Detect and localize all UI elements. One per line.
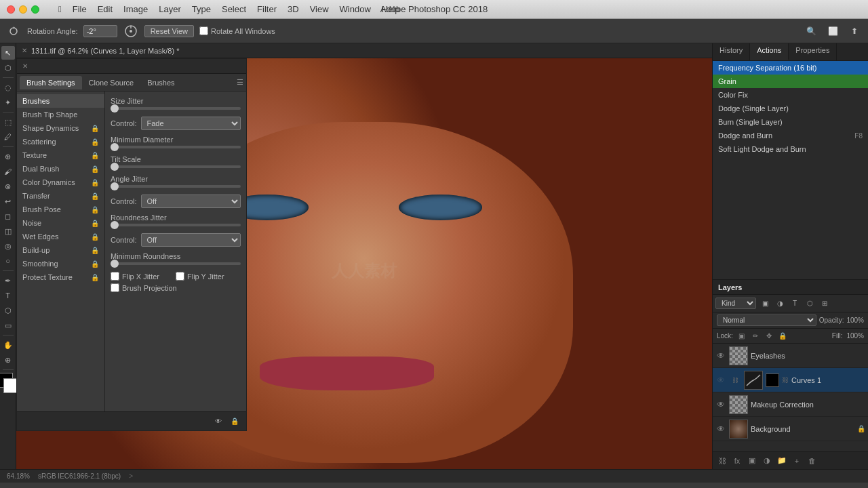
brush-nav-noise[interactable]: Noise 🔒 — [17, 216, 104, 230]
menu-image[interactable]: Image — [118, 3, 153, 16]
hand-tool[interactable]: ✋ — [1, 338, 15, 352]
min-roundness-slider[interactable] — [111, 262, 241, 265]
delete-layer-btn[interactable]: 🗑 — [806, 455, 817, 466]
layers-filter-shape[interactable]: ⬡ — [804, 298, 816, 310]
tilt-scale-slider[interactable] — [111, 165, 241, 168]
path-tool[interactable]: ⬡ — [1, 304, 15, 317]
action-dodge-single[interactable]: Dodge (Single Layer) — [713, 102, 868, 115]
fill-value[interactable]: 100% — [846, 332, 864, 340]
brush-tool[interactable]: 🖌 — [1, 165, 15, 178]
tab-history[interactable]: History — [713, 43, 750, 60]
healing-brush-tool[interactable]: ⊕ — [1, 150, 15, 163]
layer-makeup[interactable]: 👁 Makeup Correction — [713, 392, 868, 417]
magic-wand-tool[interactable]: ✦ — [1, 96, 15, 109]
action-color-fix[interactable]: Color Fix — [713, 88, 868, 102]
action-grain[interactable]: Grain — [713, 75, 868, 88]
brush-panel-close[interactable]: ✕ — [22, 62, 28, 70]
layer-curves[interactable]: 👁 ⛓ ⛓ Curves 1 — [713, 368, 868, 392]
brush-nav-transfer[interactable]: Transfer 🔒 — [17, 189, 104, 203]
brush-lock-icon[interactable]: 🔒 — [229, 415, 241, 428]
brush-nav-brush-pose[interactable]: Brush Pose 🔒 — [17, 203, 104, 216]
layers-filter-type[interactable]: T — [789, 298, 801, 310]
brush-nav-dual-brush[interactable]: Dual Brush 🔒 — [17, 162, 104, 176]
opacity-value[interactable]: 100% — [846, 317, 864, 324]
crop-tool[interactable]: ⬚ — [1, 115, 15, 129]
flip-x-checkbox[interactable] — [111, 272, 119, 281]
min-diameter-slider[interactable] — [111, 146, 241, 148]
tab-properties[interactable]: Properties — [789, 43, 837, 60]
menu-edit[interactable]: Edit — [92, 3, 118, 16]
brush-projection-checkbox[interactable] — [111, 283, 119, 292]
menu-3d[interactable]: 3D — [282, 3, 304, 16]
kind-dropdown[interactable]: Kind — [715, 298, 756, 309]
lock-all-btn[interactable]: 🔒 — [778, 331, 787, 341]
brush-nav-wet-edges[interactable]: Wet Edges 🔒 — [17, 230, 104, 243]
layer-eyelashes[interactable]: 👁 Eyelashes — [713, 344, 868, 368]
brush-nav-smoothing[interactable]: Smoothing 🔒 — [17, 257, 104, 270]
dodge-tool[interactable]: ○ — [1, 254, 15, 268]
layers-filter-pixel[interactable]: ▣ — [759, 298, 771, 310]
rotate-tool-icon[interactable] — [5, 23, 22, 39]
menu-select[interactable]: Select — [216, 3, 252, 16]
blur-tool[interactable]: ◎ — [1, 239, 15, 253]
menu-window[interactable]: Window — [334, 3, 376, 16]
layer-curves-vis[interactable]: 👁 — [715, 375, 726, 386]
new-fill-btn[interactable]: ◑ — [762, 455, 772, 466]
move-tool[interactable]: ↖ — [1, 46, 15, 60]
marquee-tool[interactable]: ⬡ — [1, 61, 15, 75]
close-button[interactable] — [7, 5, 15, 14]
lasso-tool[interactable]: ◌ — [1, 81, 15, 94]
rotation-input[interactable] — [83, 25, 117, 37]
menu-filter[interactable]: Filter — [252, 3, 282, 16]
action-freq-sep[interactable]: Frequency Separation (16 bit) — [713, 61, 868, 75]
clone-stamp-tool[interactable]: ⊗ — [1, 180, 15, 193]
brush-nav-brushes[interactable]: Brushes — [17, 94, 104, 108]
color-swatches[interactable] — [0, 373, 18, 393]
action-dodge-burn[interactable]: Dodge and Burn F8 — [713, 129, 868, 142]
brush-nav-color-dynamics[interactable]: Color Dynamics 🔒 — [17, 176, 104, 189]
brush-nav-texture[interactable]: Texture 🔒 — [17, 148, 104, 162]
angle-jitter-slider[interactable] — [111, 185, 241, 188]
layer-eyelashes-vis[interactable]: 👁 — [715, 350, 726, 361]
history-brush-tool[interactable]: ↩ — [1, 195, 15, 208]
menu-layer[interactable]: Layer — [153, 3, 186, 16]
size-jitter-slider[interactable] — [111, 107, 241, 110]
action-burn-single[interactable]: Burn (Single Layer) — [713, 115, 868, 129]
action-soft-light[interactable]: Soft Light Dodge and Burn — [713, 142, 868, 156]
maximize-button[interactable] — [31, 5, 39, 14]
screen-mode-icon[interactable]: ⬜ — [825, 23, 841, 39]
type-tool[interactable]: T — [1, 289, 15, 302]
blend-mode-dropdown[interactable]: Normal Multiply Screen Overlay Soft Ligh… — [717, 314, 816, 326]
lock-paint-btn[interactable]: ✏ — [751, 331, 760, 341]
brush-nav-build-up[interactable]: Build-up 🔒 — [17, 243, 104, 257]
brush-nav-protect-texture[interactable]: Protect Texture 🔒 — [17, 270, 104, 284]
status-arrow[interactable]: > — [129, 472, 133, 480]
menu-file[interactable]: File — [67, 3, 92, 16]
lock-move-btn[interactable]: ✥ — [764, 331, 774, 341]
flip-y-checkbox[interactable] — [176, 272, 184, 281]
canvas-close-btn[interactable]: ✕ — [22, 47, 27, 54]
link-layers-btn[interactable]: ⛓ — [717, 455, 728, 466]
brush-preview-icon[interactable]: 👁 — [212, 415, 224, 428]
control-dropdown-3[interactable]: Off Fade — [141, 233, 241, 247]
brush-nav-tip-shape[interactable]: Brush Tip Shape — [17, 108, 104, 121]
layer-background-vis[interactable]: 👁 — [715, 424, 726, 434]
shape-tool[interactable]: ▭ — [1, 319, 15, 332]
zoom-tool[interactable]: ⊕ — [1, 353, 15, 367]
panel-options-btn[interactable]: ☰ — [237, 78, 243, 87]
control-dropdown-2[interactable]: Off Fade — [141, 195, 241, 208]
brush-nav-shape-dynamics[interactable]: Shape Dynamics 🔒 — [17, 121, 104, 135]
tab-actions[interactable]: Actions — [750, 43, 789, 60]
eyedropper-tool[interactable]: 🖊 — [1, 130, 15, 144]
control-dropdown-1[interactable]: Fade Off Pen Pressure — [141, 117, 241, 130]
rotation-dial-icon[interactable] — [123, 23, 139, 39]
menu-apple[interactable]:  — [53, 3, 67, 16]
gradient-tool[interactable]: ◫ — [1, 224, 15, 238]
pen-tool[interactable]: ✒ — [1, 274, 15, 287]
minimize-button[interactable] — [19, 5, 27, 14]
layer-background[interactable]: 👁 Background 🔒 — [713, 417, 868, 441]
tab-brushes[interactable]: Brushes — [140, 76, 181, 89]
add-style-btn[interactable]: fx — [732, 455, 743, 466]
eraser-tool[interactable]: ◻ — [1, 209, 15, 223]
new-layer-btn[interactable]: + — [791, 455, 802, 466]
